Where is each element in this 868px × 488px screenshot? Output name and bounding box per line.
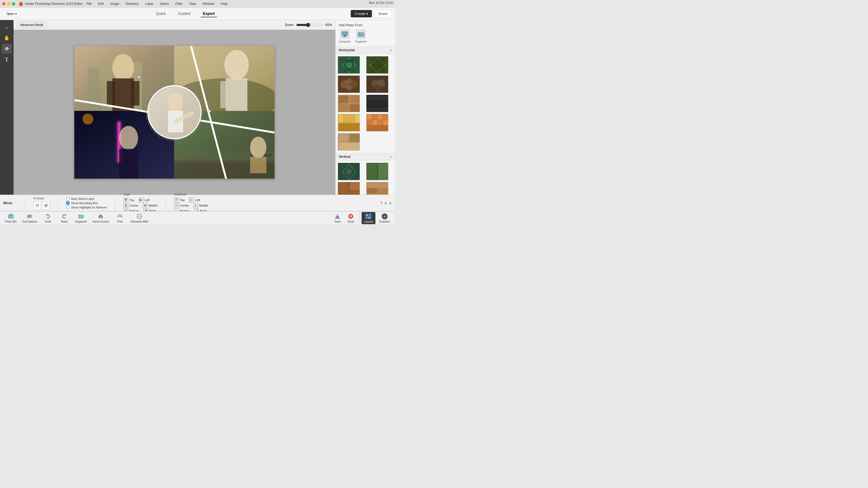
collage-canvas[interactable] [74, 45, 275, 179]
open-button[interactable]: Open ▾ [3, 10, 20, 17]
menu-view[interactable]: View [188, 1, 197, 6]
align-middle[interactable]: Middle [143, 203, 157, 208]
show-bounding-box-checkbox[interactable] [66, 201, 69, 205]
zoom-slider[interactable] [296, 23, 323, 27]
layout-thumb-8[interactable] [366, 114, 389, 131]
layout-thumb-6[interactable] [366, 95, 389, 112]
svg-rect-36 [343, 36, 347, 37]
minimize-window[interactable] [7, 2, 10, 5]
save-icon [334, 213, 341, 220]
vert-layout-1[interactable] [338, 163, 360, 180]
show-highlight-checkbox[interactable] [66, 206, 69, 209]
vert-layout-2[interactable] [366, 163, 389, 180]
title-bar: 🍎 Adobe Photoshop Elements 2023 Editor F… [0, 0, 395, 8]
svg-point-56 [374, 84, 382, 92]
home-screen-tool[interactable]: Home Screen [90, 212, 112, 224]
canvas-content[interactable] [13, 30, 335, 195]
menu-help[interactable]: Help [220, 1, 229, 6]
selection-handle-tr[interactable] [209, 110, 211, 112]
organizer-tool[interactable]: Organizer [72, 212, 90, 224]
svg-marker-142 [46, 215, 47, 216]
svg-rect-20 [119, 149, 138, 178]
layout-thumb-7[interactable] [338, 114, 360, 131]
auto-select-layer-label: Auto Select Layer [71, 197, 95, 200]
arrange-icons [33, 202, 50, 209]
svg-point-25 [250, 137, 267, 158]
undo-tool[interactable]: Undo [40, 212, 56, 224]
open-dropdown-icon[interactable]: ▾ [15, 12, 17, 16]
photo-bin-tool[interactable]: Photo Bin [2, 212, 19, 224]
window-controls[interactable] [2, 2, 15, 5]
help-icon[interactable]: ? [380, 201, 382, 205]
send-to-back-icon[interactable] [42, 202, 50, 209]
menu-filter[interactable]: Filter [175, 1, 184, 6]
dist-top[interactable]: Top [174, 198, 185, 202]
undo-label: Undo [45, 220, 51, 223]
svg-rect-136 [9, 215, 13, 218]
hand-tool[interactable]: ✋ [2, 33, 12, 43]
add-from-organizer[interactable]: Organizer [355, 29, 367, 43]
close-button[interactable]: Close [344, 212, 357, 224]
save-label: Save [335, 220, 341, 223]
move-tool[interactable]: ✥ [2, 44, 12, 54]
auto-select-layer-checkbox[interactable] [66, 197, 69, 200]
menu-window[interactable]: Window [202, 1, 215, 6]
bring-to-front-icon[interactable] [33, 202, 41, 209]
redo-label: Redo [61, 220, 67, 223]
vertical-section-header[interactable]: Vertical ∨ [336, 153, 395, 161]
dist-middle-label: Middle [199, 204, 208, 207]
layout-thumb-9[interactable] [338, 133, 360, 151]
svg-marker-143 [65, 215, 66, 216]
expert-mode-btn[interactable]: Expert [201, 10, 217, 18]
close-window[interactable] [2, 2, 5, 5]
guided-mode-btn[interactable]: Guided [176, 10, 193, 18]
graphics-button[interactable]: + Graphics [376, 212, 393, 224]
share-button[interactable]: Share [374, 10, 392, 18]
text-tool[interactable]: T [2, 55, 12, 65]
print-tool[interactable]: Print [112, 212, 128, 224]
divider-2 [58, 196, 58, 210]
menu-image[interactable]: Image [109, 1, 120, 6]
dist-left[interactable]: Left [189, 198, 200, 202]
redo-tool[interactable]: Redo [56, 212, 72, 224]
share-label: Share [378, 12, 388, 16]
menu-layer[interactable]: Layer [144, 1, 154, 6]
dist-center[interactable]: Center [174, 203, 189, 208]
create-button[interactable]: Create ▾ [351, 10, 372, 18]
layout-thumb-3[interactable] [338, 75, 360, 93]
svg-rect-97 [367, 188, 377, 193]
center-circle-photo[interactable] [147, 85, 202, 139]
svg-rect-90 [378, 163, 388, 180]
advanced-mode-button[interactable]: Advanced Mode [17, 22, 46, 28]
organizer-bottom-label: Organizer [75, 220, 87, 223]
selection-handle-tl[interactable] [138, 76, 140, 78]
layout-thumb-5[interactable] [338, 95, 360, 112]
dist-middle[interactable]: Middle [193, 203, 208, 208]
align-left[interactable]: Left [138, 198, 150, 202]
layout-thumb-2[interactable] [366, 56, 389, 74]
menu-edit[interactable]: Edit [97, 1, 105, 6]
graphics-icon: + [381, 213, 388, 220]
expand-icon[interactable]: ∨ [389, 201, 392, 205]
quick-mode-btn[interactable]: Quick [154, 10, 168, 18]
layout-thumb-4[interactable] [366, 75, 389, 93]
elements-web-tool[interactable]: Elements Web [128, 212, 151, 224]
align-top[interactable]: Top [123, 198, 134, 202]
layout-thumb-1[interactable] [338, 56, 360, 74]
tool-options-tool[interactable]: Tool Options [19, 212, 40, 224]
save-button[interactable]: Save [332, 212, 343, 224]
vert-layout-3[interactable] [338, 182, 360, 195]
svg-rect-121 [175, 199, 178, 199]
vert-layout-4[interactable] [366, 182, 389, 195]
zoom-window[interactable] [12, 2, 15, 5]
menu-select[interactable]: Select [159, 1, 170, 6]
list-icon[interactable]: ≡ [384, 201, 387, 205]
align-section: Align Top Left [123, 193, 157, 214]
add-from-computer[interactable]: Computer [339, 29, 351, 43]
menu-enhance[interactable]: Enhance [125, 1, 140, 6]
align-center[interactable]: Center [123, 203, 138, 208]
zoom-tool[interactable]: ⌕ [2, 22, 12, 32]
menu-file[interactable]: File [85, 1, 93, 6]
horizontal-section-header[interactable]: Horizontal ∨ [336, 46, 395, 54]
layouts-button[interactable]: Layouts [362, 212, 375, 224]
